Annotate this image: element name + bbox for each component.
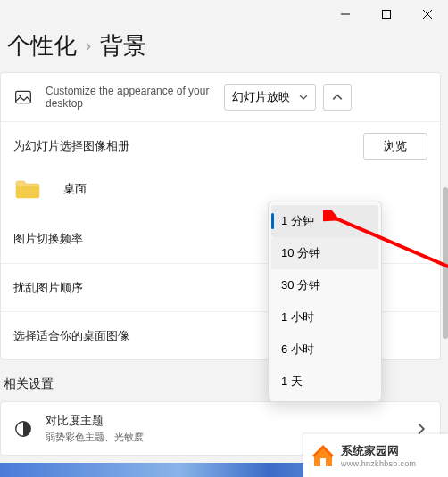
bg-mode-combobox[interactable]: 幻灯片放映	[224, 84, 316, 111]
contrast-title: 对比度主题	[46, 413, 415, 429]
contrast-icon	[13, 419, 33, 439]
svg-rect-4	[16, 91, 31, 103]
personalize-bg-label: Customize the appearance of your desktop	[46, 85, 224, 110]
dropdown-option-1h[interactable]: 1 小时	[269, 301, 381, 333]
dropdown-option-30min[interactable]: 30 分钟	[269, 269, 381, 301]
watermark: 系统家园网 www.hnzkhbsb.com	[303, 434, 448, 477]
chevron-down-icon	[299, 93, 308, 102]
album-label: 为幻灯片选择图像相册	[13, 138, 363, 154]
interval-dropdown: 1 分钟 10 分钟 30 分钟 1 小时 6 小时 1 天	[268, 201, 382, 402]
folder-name: 桌面	[63, 181, 87, 197]
browse-button[interactable]: 浏览	[363, 133, 427, 160]
personalize-bg-row: Customize the appearance of your desktop…	[1, 73, 440, 121]
svg-rect-8	[320, 458, 326, 466]
collapse-button[interactable]	[323, 84, 352, 111]
watermark-title: 系统家园网	[341, 443, 416, 459]
watermark-url: www.hnzkhbsb.com	[341, 459, 416, 468]
maximize-button[interactable]	[366, 0, 407, 29]
scrollbar-thumb[interactable]	[443, 187, 448, 339]
window-titlebar	[0, 0, 448, 29]
dropdown-option-10min[interactable]: 10 分钟	[271, 237, 378, 269]
breadcrumb-current: 背景	[96, 29, 150, 63]
minimize-button[interactable]	[325, 0, 366, 29]
house-icon	[311, 443, 336, 468]
image-icon	[13, 87, 33, 107]
chevron-right-icon	[415, 423, 427, 435]
dropdown-option-1d[interactable]: 1 天	[269, 366, 381, 398]
folder-icon	[15, 179, 40, 199]
vertical-scrollbar[interactable]	[443, 36, 448, 446]
svg-rect-1	[383, 11, 391, 19]
close-button[interactable]	[407, 0, 448, 29]
album-row: 为幻灯片选择图像相册 浏览	[1, 121, 440, 170]
dropdown-option-1min[interactable]: 1 分钟	[271, 205, 378, 237]
breadcrumb: 个性化 › 背景	[4, 29, 441, 63]
bg-mode-value: 幻灯片放映	[232, 89, 290, 105]
header: 个性化 › 背景	[0, 29, 448, 72]
chevron-up-icon	[332, 92, 343, 103]
chevron-right-icon: ›	[86, 37, 91, 55]
dropdown-option-6h[interactable]: 6 小时	[269, 333, 381, 366]
breadcrumb-parent[interactable]: 个性化	[4, 29, 80, 63]
